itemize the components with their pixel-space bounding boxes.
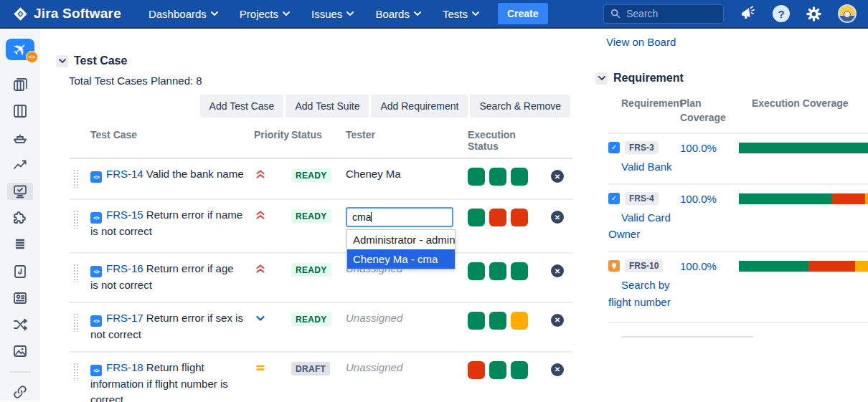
create-button[interactable]: Create (498, 3, 548, 24)
execution-square[interactable] (489, 361, 506, 379)
requirement-link[interactable]: Search by flight number (608, 277, 677, 310)
execution-square[interactable] (468, 312, 485, 330)
add-requirement-button[interactable]: Add Requirement (371, 95, 468, 118)
plan-coverage-value: 100.0% (680, 259, 739, 272)
issue-key-link[interactable]: FRS-16 (106, 262, 143, 274)
requirement-check-icon: ✓ (608, 193, 620, 204)
requirement-panel: View on Board Requirement Requirement Pl… (588, 29, 868, 401)
remove-button[interactable]: ✕ (551, 264, 564, 277)
coverage-segment-green (739, 261, 808, 272)
tester-dropdown: Administrator - admin Cheney Ma - cma (346, 229, 456, 269)
execution-square[interactable] (489, 168, 506, 186)
execution-coverage-bar[interactable] (739, 143, 868, 153)
sidebar-item-shuffle[interactable] (7, 316, 33, 333)
dropdown-option[interactable]: Administrator - admin (347, 230, 455, 249)
section-title: Test Case (74, 54, 127, 67)
top-nav: Jira Software Dashboards Projects Issues… (0, 0, 868, 29)
sidebar-item-backlog[interactable] (7, 75, 33, 92)
drag-handle[interactable] (73, 313, 78, 332)
tester-value[interactable]: Cheney Ma (346, 168, 401, 180)
collapse-requirement-button[interactable] (595, 72, 608, 85)
tester-value[interactable]: Unassigned (346, 312, 402, 324)
jira-logo[interactable]: Jira Software (13, 6, 121, 21)
chevron-down-icon (346, 11, 354, 16)
remove-button[interactable]: ✕ (551, 314, 564, 327)
drag-handle[interactable] (73, 210, 78, 229)
collapse-test-case-button[interactable] (56, 55, 68, 67)
status-badge: READY (291, 209, 331, 223)
tester-input-value: cma (352, 211, 371, 223)
col-status: Status (286, 129, 340, 152)
execution-square[interactable] (511, 361, 528, 379)
sidebar-item-links[interactable] (7, 383, 33, 401)
issue-key-link[interactable]: FRS-18 (106, 361, 143, 373)
add-test-case-button[interactable]: Add Test Case (200, 95, 284, 118)
nav-tests[interactable]: Tests (443, 8, 479, 20)
issue-key-link[interactable]: FRS-15 (106, 209, 143, 221)
user-avatar[interactable] (838, 4, 857, 23)
search-input[interactable]: Search (603, 4, 724, 24)
status-badge: READY (291, 168, 331, 182)
sidebar-item-contacts[interactable] (7, 289, 33, 307)
help-icon[interactable]: ? (773, 5, 790, 22)
execution-square[interactable] (489, 209, 506, 226)
sidebar-item-releases[interactable] (7, 129, 33, 146)
requirement-row: ✓ FRS-4 Valid Card Owner 100.0% (608, 183, 868, 252)
settings-gear-icon[interactable] (806, 6, 822, 22)
nav-dashboards[interactable]: Dashboards (148, 8, 218, 20)
dropdown-option-selected[interactable]: Cheney Ma - cma (347, 249, 455, 269)
status-badge: READY (291, 263, 331, 277)
puzzle-icon (11, 209, 29, 226)
sidebar-item-queue[interactable] (7, 236, 33, 253)
nav-boards[interactable]: Boards (375, 8, 421, 20)
chevron-down-icon (59, 59, 66, 64)
add-test-suite-button[interactable]: Add Test Suite (286, 95, 369, 118)
execution-coverage-bar[interactable] (739, 193, 868, 204)
sidebar-item-board[interactable] (7, 102, 33, 120)
sidebar-item-addons[interactable] (7, 209, 33, 226)
feedback-megaphone-icon[interactable] (739, 4, 758, 22)
requirement-link[interactable]: Valid Bank (608, 158, 677, 175)
requirement-link[interactable]: Valid Card Owner (608, 209, 677, 243)
drag-handle[interactable] (73, 264, 78, 282)
chevron-down-icon (414, 11, 421, 16)
view-on-board-link[interactable]: View on Board (606, 36, 676, 48)
project-avatar[interactable]: ✈ <> (6, 39, 34, 60)
execution-square[interactable] (468, 262, 485, 280)
col-execution-status: Execution Status (458, 129, 542, 152)
sidebar-item-reports[interactable] (7, 155, 33, 173)
execution-square[interactable] (489, 262, 506, 280)
drag-handle[interactable] (73, 169, 78, 188)
tester-value[interactable]: Unassigned (346, 361, 402, 373)
execution-square[interactable] (511, 312, 528, 330)
issue-key-link[interactable]: FRS-14 (106, 168, 143, 180)
total-planned-label: Total Test Cases Planned: 8 (69, 75, 588, 87)
requirement-key-badge[interactable]: FRS-10 (625, 259, 663, 272)
execution-coverage-bar[interactable] (739, 261, 868, 272)
requirement-key-badge[interactable]: FRS-4 (625, 192, 659, 205)
search-remove-button[interactable]: Search & Remove (470, 95, 570, 118)
remove-button[interactable]: ✕ (551, 170, 564, 183)
execution-square[interactable] (511, 262, 528, 280)
sidebar-item-pages[interactable] (7, 262, 33, 279)
execution-square[interactable] (468, 209, 485, 226)
execution-square[interactable] (511, 168, 528, 186)
sidebar-item-tests[interactable] (7, 183, 33, 200)
execution-square[interactable] (468, 168, 485, 186)
execution-square[interactable] (511, 209, 528, 226)
execution-square[interactable] (468, 361, 485, 379)
priority-highest-icon (255, 210, 265, 220)
execution-square[interactable] (489, 312, 506, 330)
issue-summary: Valid the bank name (146, 168, 244, 180)
drag-handle[interactable] (73, 363, 78, 381)
requirement-bulb-icon (608, 260, 620, 272)
sidebar-item-media[interactable] (7, 343, 33, 360)
issue-key-link[interactable]: FRS-17 (106, 312, 143, 324)
nav-projects[interactable]: Projects (240, 8, 290, 20)
remove-button[interactable]: ✕ (551, 211, 564, 224)
status-badge: DRAFT (291, 362, 330, 375)
tester-input[interactable]: cma (346, 207, 453, 227)
requirement-key-badge[interactable]: FRS-3 (625, 141, 659, 154)
nav-issues[interactable]: Issues (311, 8, 354, 20)
remove-button[interactable]: ✕ (551, 363, 564, 376)
